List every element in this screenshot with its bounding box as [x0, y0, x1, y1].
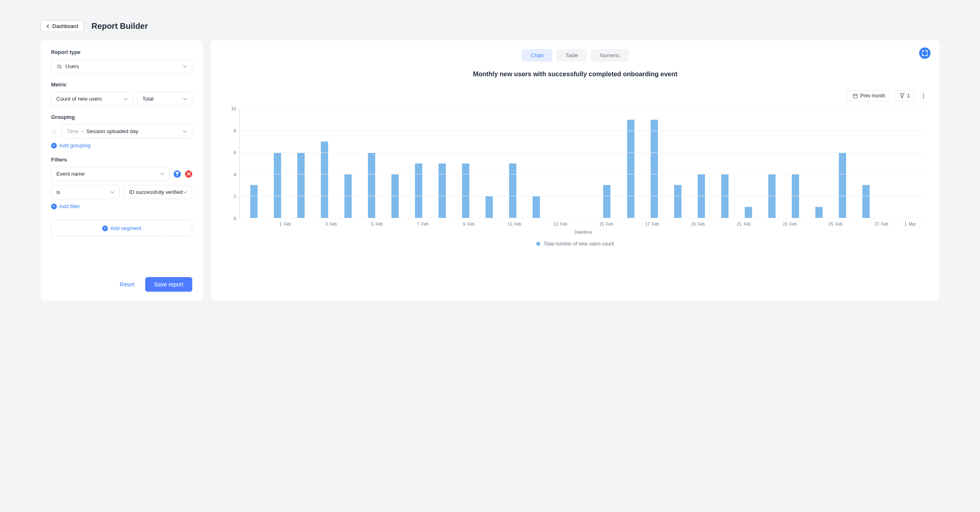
x-tick: 15. Feb — [583, 222, 629, 226]
chart-bar[interactable] — [862, 185, 870, 218]
chart-plot — [239, 109, 927, 218]
drag-handle-icon[interactable] — [51, 128, 58, 135]
svg-point-5 — [55, 131, 56, 132]
chevron-down-icon — [183, 190, 187, 194]
y-axis: 0246810 — [223, 109, 238, 218]
chart-bar[interactable] — [815, 207, 823, 218]
y-tick: 4 — [234, 172, 236, 177]
filter-field-select[interactable]: Event name — [51, 167, 170, 181]
chart-bar[interactable] — [321, 142, 328, 218]
date-range-button[interactable]: Prev month — [847, 90, 890, 101]
funnel-icon — [900, 93, 905, 98]
back-to-dashboard-button[interactable]: Dashboard — [41, 20, 84, 32]
report-type-select[interactable]: Users — [51, 59, 192, 73]
grouping-value: Session uploaded day — [86, 128, 138, 134]
close-icon — [187, 172, 191, 176]
chart-bar[interactable] — [674, 185, 681, 218]
tab-chart[interactable]: Chart — [522, 49, 552, 62]
report-type-label: Report type — [51, 49, 192, 55]
back-label: Dashboard — [52, 23, 78, 29]
grouping-prefix: Time — [67, 128, 78, 134]
x-axis: 1. Feb3. Feb5. Feb7. Feb9. Feb11. Feb13.… — [239, 222, 927, 226]
report-type-value: Users — [65, 63, 79, 69]
svg-point-0 — [58, 65, 59, 66]
chevron-down-icon — [183, 97, 187, 101]
chevron-down-icon — [183, 65, 187, 69]
remove-filter-button[interactable] — [185, 170, 192, 178]
x-tick: 3. Feb — [308, 222, 354, 226]
chart-bar[interactable] — [509, 163, 516, 218]
filter-value-text: ID successfully verified — [129, 189, 183, 195]
users-icon — [56, 64, 62, 69]
chart-bar[interactable] — [603, 185, 610, 218]
chart-bar[interactable] — [438, 163, 446, 218]
add-filter-button[interactable]: + Add filter — [51, 203, 192, 209]
metric-agg-value: Total — [142, 96, 153, 102]
add-grouping-label: Add grouping — [59, 142, 90, 148]
y-tick: 10 — [231, 106, 236, 111]
metric-label: Metric — [51, 82, 192, 88]
x-tick: 21. Feb — [721, 222, 767, 226]
funnel-icon — [175, 172, 179, 176]
reset-button[interactable]: Reset — [112, 277, 142, 292]
filter-value-select[interactable]: ID successfully verified — [124, 185, 192, 199]
add-segment-button[interactable]: + Add segment — [51, 220, 192, 237]
chart-bar[interactable] — [745, 207, 752, 218]
x-tick: 1. Mar — [904, 222, 927, 226]
chart-bar[interactable] — [297, 153, 305, 218]
x-tick: 7. Feb — [400, 222, 446, 226]
legend-label: Total number of new users count — [544, 241, 614, 247]
chart-filter-button[interactable]: 1 — [894, 90, 915, 101]
filter-operator-select[interactable]: is — [51, 185, 120, 199]
config-panel: Report type Users Metric Count of new us… — [41, 40, 203, 301]
chart-bar[interactable] — [486, 196, 493, 218]
chart-bar[interactable] — [368, 153, 375, 218]
filter-field-value: Event name — [56, 171, 84, 177]
chevron-down-icon — [110, 190, 114, 194]
y-tick: 8 — [234, 128, 236, 133]
chart-bar[interactable] — [415, 163, 422, 218]
svg-point-7 — [55, 133, 56, 134]
chevron-down-icon — [183, 129, 187, 133]
add-grouping-button[interactable]: + Add grouping — [51, 142, 192, 148]
x-tick: 27. Feb — [858, 222, 904, 226]
expand-icon — [922, 50, 928, 56]
filter-operator-value: is — [56, 189, 60, 195]
chart-bar[interactable] — [651, 120, 658, 218]
chart-bar[interactable] — [533, 196, 540, 218]
plus-icon: + — [51, 143, 57, 148]
y-tick: 6 — [234, 150, 236, 155]
header-row: Dashboard Report Builder — [41, 20, 939, 32]
x-tick: 25. Feb — [812, 222, 858, 226]
svg-point-6 — [53, 133, 54, 134]
chart-bar[interactable] — [627, 120, 634, 218]
chart-bar[interactable] — [462, 163, 469, 218]
metric-value: Count of new users — [56, 96, 102, 102]
expand-button[interactable] — [919, 47, 931, 59]
view-tabs: Chart Table Numeric — [223, 49, 927, 62]
svg-rect-8 — [853, 94, 857, 98]
x-axis-label: Datetime — [239, 230, 927, 234]
tab-table[interactable]: Table — [557, 49, 587, 62]
x-tick: 19. Feb — [675, 222, 721, 226]
filter-toggle-button[interactable] — [174, 170, 181, 178]
chart-title: Monthly new users with successfully comp… — [223, 71, 927, 78]
chart-panel: Chart Table Numeric Monthly new users wi… — [211, 40, 939, 301]
tab-numeric[interactable]: Numeric — [591, 49, 628, 62]
x-tick: 1. Feb — [262, 222, 308, 226]
x-tick: 23. Feb — [767, 222, 812, 226]
breadcrumb-separator-icon: › — [82, 128, 83, 134]
metric-select[interactable]: Count of new users — [51, 92, 133, 106]
metric-agg-select[interactable]: Total — [137, 92, 192, 106]
chevron-down-icon — [124, 97, 128, 101]
chart-bar[interactable] — [839, 153, 846, 218]
chart-area: 0246810 1. Feb3. Feb5. Feb7. Feb9. Feb11… — [223, 109, 927, 239]
grouping-select[interactable]: Time › Session uploaded day — [62, 124, 192, 138]
chart-more-button[interactable] — [919, 93, 927, 99]
x-tick: 9. Feb — [446, 222, 492, 226]
save-report-button[interactable]: Save report — [145, 277, 192, 292]
svg-point-4 — [53, 131, 54, 132]
page-title: Report Builder — [92, 22, 148, 31]
chart-bar[interactable] — [250, 185, 258, 218]
chart-bar[interactable] — [274, 153, 281, 218]
